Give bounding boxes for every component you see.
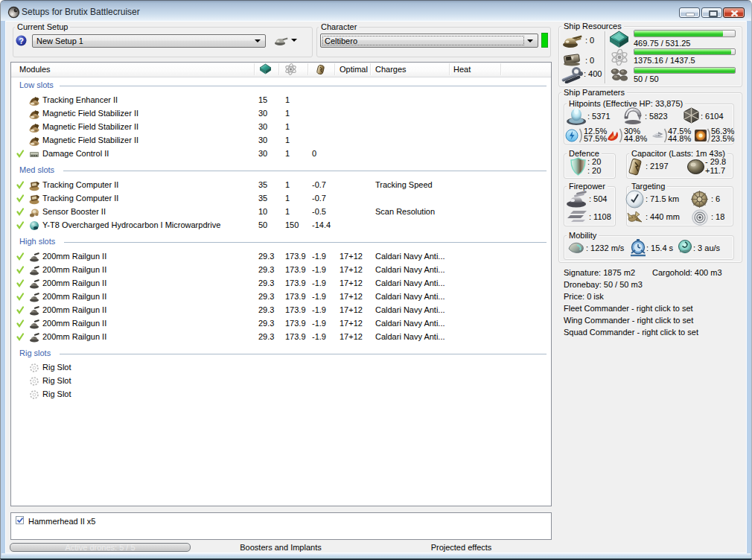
svg-text:?: ? bbox=[19, 36, 24, 45]
